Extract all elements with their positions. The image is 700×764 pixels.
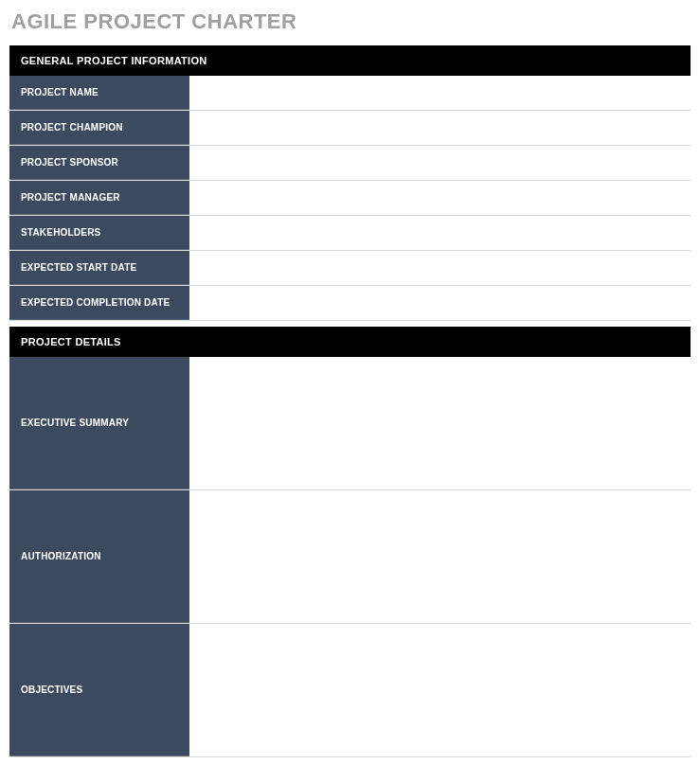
value-project-name[interactable] [189,76,691,110]
label-executive-summary: EXECUTIVE SUMMARY [9,357,189,489]
label-authorization: AUTHORIZATION [9,490,189,623]
value-authorization[interactable] [189,490,691,623]
value-executive-summary[interactable] [189,357,691,489]
value-stakeholders[interactable] [189,216,691,250]
row-stakeholders: STAKEHOLDERS [9,216,691,251]
page-title: AGILE PROJECT CHARTER [11,9,691,34]
label-project-name: PROJECT NAME [9,76,189,110]
label-project-champion: PROJECT CHAMPION [9,111,189,145]
label-expected-completion-date: EXPECTED COMPLETION DATE [9,286,189,320]
label-project-manager: PROJECT MANAGER [9,181,189,215]
label-stakeholders: STAKEHOLDERS [9,216,189,250]
section-project-details: PROJECT DETAILS EXECUTIVE SUMMARY AUTHOR… [9,327,691,757]
row-project-sponsor: PROJECT SPONSOR [9,146,691,181]
value-expected-start-date[interactable] [189,251,691,285]
row-project-champion: PROJECT CHAMPION [9,111,691,146]
row-authorization: AUTHORIZATION [9,490,691,624]
label-expected-start-date: EXPECTED START DATE [9,251,189,285]
section-header-details: PROJECT DETAILS [9,327,691,357]
label-project-sponsor: PROJECT SPONSOR [9,146,189,180]
value-project-manager[interactable] [189,181,691,215]
row-objectives: OBJECTIVES [9,624,691,757]
row-project-name: PROJECT NAME [9,76,691,111]
row-expected-completion-date: EXPECTED COMPLETION DATE [9,286,691,321]
label-objectives: OBJECTIVES [9,624,189,756]
value-project-champion[interactable] [189,111,691,145]
value-objectives[interactable] [189,624,691,756]
value-project-sponsor[interactable] [189,146,691,180]
row-project-manager: PROJECT MANAGER [9,181,691,216]
value-expected-completion-date[interactable] [189,286,691,320]
section-header-general: GENERAL PROJECT INFORMATION [9,45,691,76]
section-general-info: GENERAL PROJECT INFORMATION PROJECT NAME… [9,45,691,321]
row-expected-start-date: EXPECTED START DATE [9,251,691,286]
row-executive-summary: EXECUTIVE SUMMARY [9,357,691,490]
